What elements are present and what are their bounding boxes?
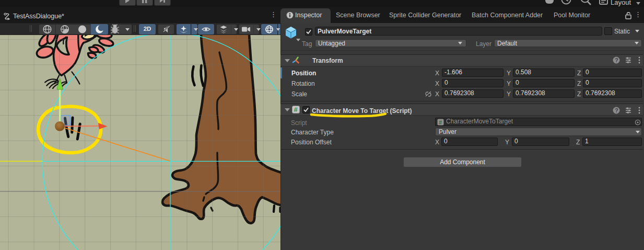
svg-text:?: ? — [615, 107, 618, 113]
svg-text:#: # — [294, 106, 298, 113]
svg-text:Layout: Layout — [611, 0, 631, 6]
svg-text:?: ? — [615, 57, 618, 63]
svg-text:#: # — [439, 119, 442, 126]
